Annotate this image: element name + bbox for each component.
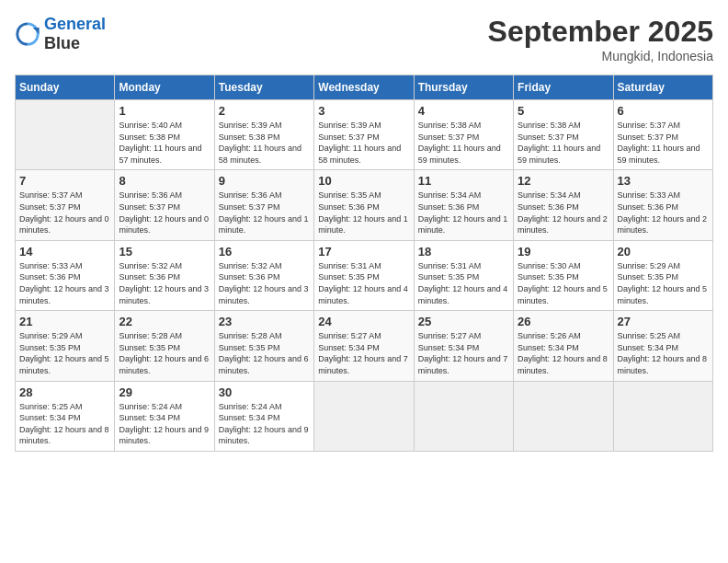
day-info: Sunrise: 5:24 AMSunset: 5:34 PMDaylight:… [219,401,310,447]
day-info: Sunrise: 5:28 AMSunset: 5:35 PMDaylight:… [119,330,210,376]
calendar-cell: 24Sunrise: 5:27 AMSunset: 5:34 PMDayligh… [314,311,414,381]
calendar-cell: 25Sunrise: 5:27 AMSunset: 5:34 PMDayligh… [414,311,513,381]
calendar-cell [16,100,115,170]
calendar-cell: 13Sunrise: 5:33 AMSunset: 5:36 PMDayligh… [613,170,712,240]
day-number: 17 [318,245,409,259]
day-info: Sunrise: 5:31 AMSunset: 5:35 PMDaylight:… [418,260,509,306]
header-day-tuesday: Tuesday [214,75,313,100]
day-number: 30 [219,385,310,399]
day-info: Sunrise: 5:34 AMSunset: 5:36 PMDaylight:… [518,190,609,236]
day-number: 27 [618,315,709,328]
calendar-cell: 16Sunrise: 5:32 AMSunset: 5:36 PMDayligh… [214,240,313,310]
calendar-cell [613,381,712,451]
day-number: 14 [19,245,110,259]
day-info: Sunrise: 5:31 AMSunset: 5:35 PMDaylight:… [318,260,409,306]
calendar-cell: 22Sunrise: 5:28 AMSunset: 5:35 PMDayligh… [115,311,214,381]
logo-icon [15,21,40,47]
day-info: Sunrise: 5:39 AMSunset: 5:37 PMDaylight:… [318,120,409,166]
calendar-cell [314,381,414,451]
calendar-cell: 14Sunrise: 5:33 AMSunset: 5:36 PMDayligh… [16,240,115,310]
location: Mungkid, Indonesia [488,49,713,63]
logo-blue: Blue [44,34,80,52]
day-info: Sunrise: 5:39 AMSunset: 5:38 PMDaylight:… [219,120,310,166]
calendar-cell: 27Sunrise: 5:25 AMSunset: 5:34 PMDayligh… [613,311,712,381]
calendar-cell: 4Sunrise: 5:38 AMSunset: 5:37 PMDaylight… [414,100,513,170]
day-info: Sunrise: 5:32 AMSunset: 5:36 PMDaylight:… [119,260,210,306]
calendar-cell: 29Sunrise: 5:24 AMSunset: 5:34 PMDayligh… [115,381,214,451]
day-number: 13 [618,174,709,188]
day-info: Sunrise: 5:27 AMSunset: 5:34 PMDaylight:… [418,330,509,376]
calendar-cell: 7Sunrise: 5:37 AMSunset: 5:37 PMDaylight… [16,170,115,240]
day-number: 11 [418,174,509,188]
calendar-cell: 26Sunrise: 5:26 AMSunset: 5:34 PMDayligh… [514,311,613,381]
calendar-cell: 15Sunrise: 5:32 AMSunset: 5:36 PMDayligh… [115,240,214,310]
week-row-5: 28Sunrise: 5:25 AMSunset: 5:34 PMDayligh… [16,381,713,451]
logo: General Blue [15,15,106,53]
day-info: Sunrise: 5:29 AMSunset: 5:35 PMDaylight:… [19,330,110,376]
week-row-1: 1Sunrise: 5:40 AMSunset: 5:38 PMDaylight… [16,100,713,170]
calendar-cell: 5Sunrise: 5:38 AMSunset: 5:37 PMDaylight… [514,100,613,170]
day-info: Sunrise: 5:28 AMSunset: 5:35 PMDaylight:… [219,330,310,376]
calendar-cell: 12Sunrise: 5:34 AMSunset: 5:36 PMDayligh… [514,170,613,240]
day-number: 25 [418,315,509,328]
page-header: General Blue September 2025 Mungkid, Ind… [15,15,713,63]
day-info: Sunrise: 5:38 AMSunset: 5:37 PMDaylight:… [518,120,609,166]
day-info: Sunrise: 5:37 AMSunset: 5:37 PMDaylight:… [618,120,709,166]
day-number: 26 [518,315,609,328]
day-info: Sunrise: 5:25 AMSunset: 5:34 PMDaylight:… [618,330,709,376]
logo-general: General [44,15,106,33]
day-number: 1 [119,104,210,118]
day-number: 5 [518,104,609,118]
week-row-4: 21Sunrise: 5:29 AMSunset: 5:35 PMDayligh… [16,311,713,381]
header-day-sunday: Sunday [16,75,115,100]
day-info: Sunrise: 5:35 AMSunset: 5:36 PMDaylight:… [318,190,409,236]
calendar-cell: 28Sunrise: 5:25 AMSunset: 5:34 PMDayligh… [16,381,115,451]
calendar-table: SundayMondayTuesdayWednesdayThursdayFrid… [15,75,713,452]
calendar-cell: 9Sunrise: 5:36 AMSunset: 5:37 PMDaylight… [214,170,313,240]
header-day-thursday: Thursday [414,75,513,100]
calendar-cell: 23Sunrise: 5:28 AMSunset: 5:35 PMDayligh… [214,311,313,381]
calendar-cell [414,381,513,451]
day-info: Sunrise: 5:37 AMSunset: 5:37 PMDaylight:… [19,190,110,236]
calendar-cell: 3Sunrise: 5:39 AMSunset: 5:37 PMDaylight… [314,100,414,170]
header-day-friday: Friday [514,75,613,100]
day-number: 19 [518,245,609,259]
title-block: September 2025 Mungkid, Indonesia [488,15,713,63]
day-info: Sunrise: 5:34 AMSunset: 5:36 PMDaylight:… [418,190,509,236]
day-info: Sunrise: 5:40 AMSunset: 5:38 PMDaylight:… [119,120,210,166]
calendar-cell: 20Sunrise: 5:29 AMSunset: 5:35 PMDayligh… [613,240,712,310]
day-number: 23 [219,315,310,328]
calendar-cell: 8Sunrise: 5:36 AMSunset: 5:37 PMDaylight… [115,170,214,240]
day-number: 10 [318,174,409,188]
day-number: 7 [19,174,110,188]
calendar-cell: 18Sunrise: 5:31 AMSunset: 5:35 PMDayligh… [414,240,513,310]
calendar-cell: 11Sunrise: 5:34 AMSunset: 5:36 PMDayligh… [414,170,513,240]
day-number: 18 [418,245,509,259]
day-number: 4 [418,104,509,118]
day-number: 9 [219,174,310,188]
week-row-2: 7Sunrise: 5:37 AMSunset: 5:37 PMDaylight… [16,170,713,240]
calendar-cell: 21Sunrise: 5:29 AMSunset: 5:35 PMDayligh… [16,311,115,381]
header-day-saturday: Saturday [613,75,712,100]
week-row-3: 14Sunrise: 5:33 AMSunset: 5:36 PMDayligh… [16,240,713,310]
day-info: Sunrise: 5:27 AMSunset: 5:34 PMDaylight:… [318,330,409,376]
calendar-cell: 6Sunrise: 5:37 AMSunset: 5:37 PMDaylight… [613,100,712,170]
calendar-cell: 10Sunrise: 5:35 AMSunset: 5:36 PMDayligh… [314,170,414,240]
calendar-cell: 30Sunrise: 5:24 AMSunset: 5:34 PMDayligh… [214,381,313,451]
day-number: 16 [219,245,310,259]
day-info: Sunrise: 5:29 AMSunset: 5:35 PMDaylight:… [618,260,709,306]
day-number: 3 [318,104,409,118]
header-day-wednesday: Wednesday [314,75,414,100]
day-number: 2 [219,104,310,118]
day-info: Sunrise: 5:33 AMSunset: 5:36 PMDaylight:… [618,190,709,236]
day-number: 6 [618,104,709,118]
day-number: 28 [19,385,110,399]
day-info: Sunrise: 5:24 AMSunset: 5:34 PMDaylight:… [119,401,210,447]
day-number: 8 [119,174,210,188]
header-day-monday: Monday [115,75,214,100]
calendar-cell: 17Sunrise: 5:31 AMSunset: 5:35 PMDayligh… [314,240,414,310]
day-info: Sunrise: 5:26 AMSunset: 5:34 PMDaylight:… [518,330,609,376]
day-info: Sunrise: 5:25 AMSunset: 5:34 PMDaylight:… [19,401,110,447]
calendar-cell: 1Sunrise: 5:40 AMSunset: 5:38 PMDaylight… [115,100,214,170]
day-info: Sunrise: 5:30 AMSunset: 5:35 PMDaylight:… [518,260,609,306]
